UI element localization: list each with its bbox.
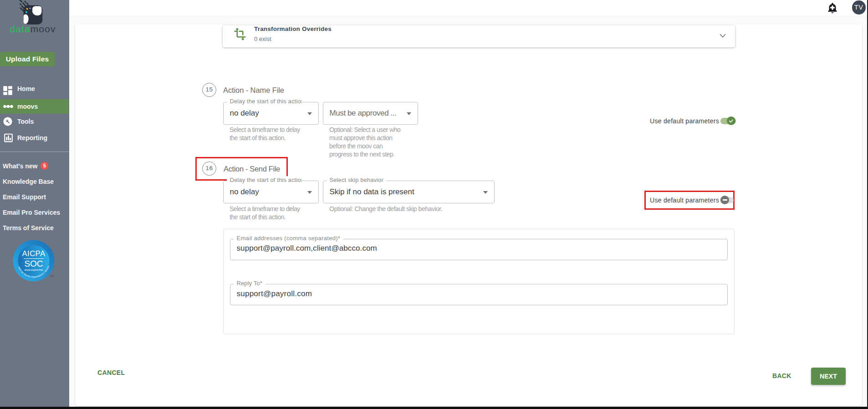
- svg-text:AICPA: AICPA: [22, 249, 46, 258]
- svg-text:SOC: SOC: [24, 259, 43, 268]
- svg-text:aicpa.org/soc4so: aicpa.org/soc4so: [25, 268, 43, 271]
